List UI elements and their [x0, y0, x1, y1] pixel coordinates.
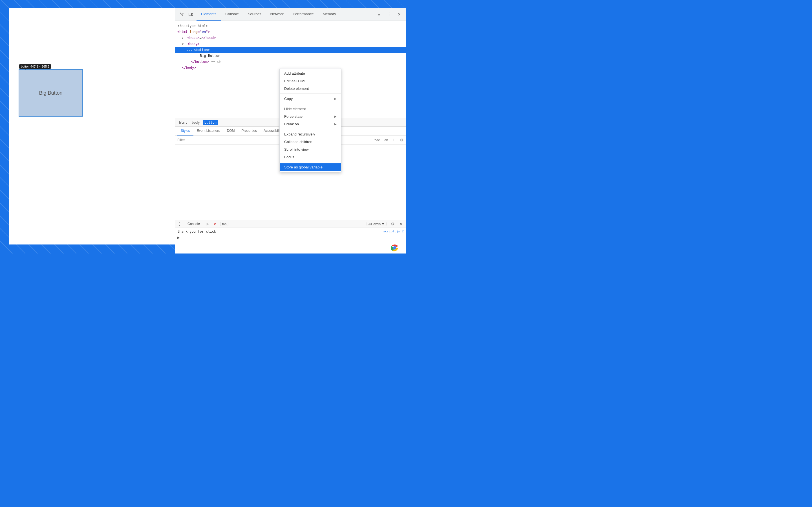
console-top-badge[interactable]: top: [220, 222, 229, 226]
console-menu-icon[interactable]: ⋮: [177, 221, 182, 226]
context-menu-delete-element[interactable]: Delete element: [280, 85, 341, 93]
hov-button[interactable]: :hov: [373, 138, 381, 142]
devtools-panel: Elements Console Sources Network Perform…: [175, 8, 406, 253]
styles-tab-event-listeners[interactable]: Event Listeners: [193, 127, 223, 135]
console-title: Console: [185, 222, 202, 226]
context-menu-divider-4: [280, 162, 341, 162]
styles-tab-styles[interactable]: Styles: [177, 127, 193, 135]
force-state-submenu-arrow: ▶: [335, 115, 337, 118]
console-content: thank you for click script.js:2 ▶: [175, 228, 406, 253]
console-input-line: ▶: [177, 234, 404, 241]
tab-elements[interactable]: Elements: [197, 8, 221, 20]
console-log-text: thank you for click: [177, 230, 216, 233]
context-menu-divider-1: [280, 94, 341, 94]
console-source[interactable]: script.js:2: [383, 230, 404, 233]
styles-tab-dom[interactable]: DOM: [223, 127, 238, 135]
console-close-btn[interactable]: ✕: [398, 221, 404, 227]
svg-rect-0: [189, 13, 192, 16]
context-menu-add-attribute[interactable]: Add attribute: [280, 69, 341, 77]
context-menu: Add attribute Edit as HTML Delete elemen…: [280, 68, 342, 172]
context-menu-expand-recursively[interactable]: Expand recursively: [280, 130, 341, 138]
tab-console[interactable]: Console: [221, 8, 243, 20]
device-icon: [189, 12, 193, 17]
inspect-icon-btn[interactable]: [177, 10, 186, 19]
html-line-doctype[interactable]: <!doctype html>: [175, 23, 406, 29]
big-button[interactable]: Big Button: [19, 70, 82, 116]
element-tooltip: button 447.3 × 365.5: [19, 64, 51, 69]
three-dots-btn[interactable]: ⋮: [385, 10, 394, 19]
context-menu-focus[interactable]: Focus: [280, 153, 341, 161]
tab-sources[interactable]: Sources: [243, 8, 266, 20]
context-menu-divider-3: [280, 129, 341, 129]
html-line-button-selected[interactable]: ... <button>: [175, 47, 406, 53]
three-dots-icon: ⋮: [387, 11, 391, 17]
html-line-button-text[interactable]: Big Button: [175, 53, 406, 59]
devtools-toolbar: Elements Console Sources Network Perform…: [175, 8, 406, 21]
svg-rect-1: [192, 13, 193, 15]
add-style-button[interactable]: +: [391, 137, 397, 143]
console-all-levels-btn[interactable]: All levels ▼: [366, 222, 387, 226]
more-tabs-btn[interactable]: »: [374, 10, 384, 19]
console-gear-btn[interactable]: ⚙: [391, 222, 395, 226]
console-log-line: thank you for click script.js:2: [177, 229, 404, 234]
more-tabs-icon: »: [378, 12, 380, 17]
devtools-toolbar-right: » ⋮ ✕: [374, 10, 404, 19]
close-btn[interactable]: ✕: [395, 10, 404, 19]
tab-network[interactable]: Network: [266, 8, 289, 20]
html-line-body[interactable]: ▼ <body>: [175, 41, 406, 47]
context-menu-scroll-into-view[interactable]: Scroll into view: [280, 146, 341, 153]
context-menu-hide-element[interactable]: Hide element: [280, 105, 341, 113]
context-menu-copy[interactable]: Copy ▶: [280, 95, 341, 103]
context-menu-force-state[interactable]: Force state ▶: [280, 113, 341, 120]
break-on-submenu-arrow: ▶: [335, 122, 337, 126]
big-button-label: Big Button: [39, 90, 62, 96]
console-stop-btn[interactable]: ⊘: [212, 221, 218, 227]
tab-performance[interactable]: Performance: [288, 8, 318, 20]
cls-button[interactable]: .cls: [383, 138, 390, 142]
context-menu-break-on[interactable]: Break on ▶: [280, 120, 341, 128]
html-line-html[interactable]: <html lang="en">: [175, 29, 406, 35]
copy-submenu-arrow: ▶: [335, 97, 337, 100]
context-menu-edit-html[interactable]: Edit as HTML: [280, 77, 341, 85]
styles-tab-properties[interactable]: Properties: [238, 127, 260, 135]
context-menu-store-global[interactable]: Store as global variable: [280, 163, 341, 171]
console-prompt-icon: ▶: [177, 235, 180, 240]
console-toolbar: ⋮ Console ▷ ⊘ top All levels ▼ ⚙ ✕: [175, 220, 406, 228]
console-play-btn[interactable]: ▷: [204, 221, 210, 227]
console-section: ⋮ Console ▷ ⊘ top All levels ▼ ⚙ ✕ thank…: [175, 220, 406, 253]
breadcrumb-body[interactable]: body: [190, 120, 202, 125]
inspect-icon: [180, 12, 184, 17]
breadcrumb-html[interactable]: html: [177, 120, 189, 125]
close-icon: ✕: [398, 12, 401, 17]
breadcrumb-button[interactable]: button: [203, 120, 218, 125]
context-menu-divider-2: [280, 104, 341, 104]
styles-filter-actions: :hov .cls +: [373, 137, 397, 143]
html-line-button-close[interactable]: </button> == $0: [175, 59, 406, 65]
chrome-icon: [390, 243, 399, 252]
gear-button[interactable]: ⚙: [400, 138, 404, 142]
html-line-head[interactable]: ▶ <head>…</head>: [175, 35, 406, 41]
context-menu-collapse-children[interactable]: Collapse children: [280, 138, 341, 146]
device-toolbar-btn[interactable]: [186, 10, 195, 19]
tab-memory[interactable]: Memory: [318, 8, 341, 20]
chrome-logo: [389, 242, 400, 253]
devtools-tabs: Elements Console Sources Network Perform…: [197, 8, 374, 20]
